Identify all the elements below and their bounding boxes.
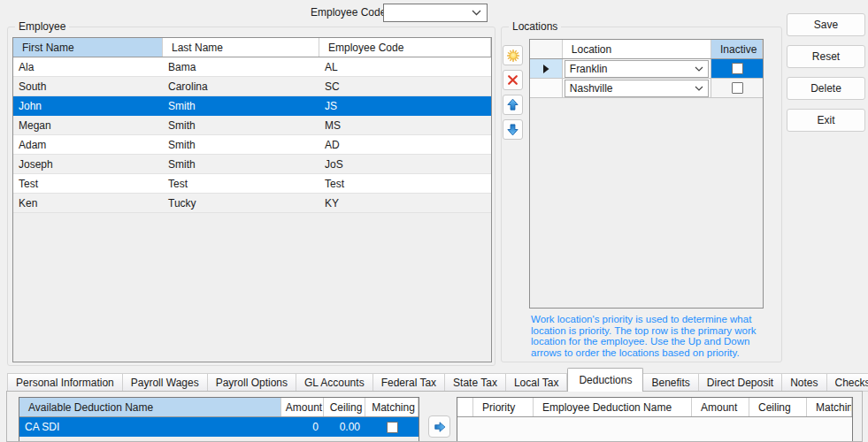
inactive-checkbox[interactable] bbox=[732, 82, 743, 94]
column-header-last-name[interactable]: Last Name bbox=[163, 38, 319, 57]
column-header-employee-code[interactable]: Employee Code bbox=[319, 38, 491, 57]
tab-checks[interactable]: Checks bbox=[827, 373, 868, 392]
tab-payroll-options[interactable]: Payroll Options bbox=[208, 373, 296, 392]
locations-table-header: Location Inactive bbox=[530, 40, 763, 59]
chevron-down-icon bbox=[695, 66, 703, 72]
inactive-checkbox[interactable] bbox=[732, 63, 743, 74]
tab-notes[interactable]: Notes bbox=[782, 373, 826, 392]
employee-table: First Name Last Name Employee Code Ala B… bbox=[12, 37, 492, 362]
add-deduction-button[interactable] bbox=[428, 415, 450, 438]
tab-direct-deposit[interactable]: Direct Deposit bbox=[699, 373, 782, 392]
locations-help-text: Work location's priority is used to dete… bbox=[531, 314, 764, 358]
column-header-matching[interactable]: Matching bbox=[807, 398, 852, 416]
current-row-indicator bbox=[530, 59, 563, 78]
employee-deductions-table: Priority Employee Deduction Name Amount … bbox=[457, 397, 853, 442]
add-location-button[interactable] bbox=[503, 45, 523, 65]
tab-state-tax[interactable]: State Tax bbox=[445, 373, 506, 392]
row-header-column bbox=[457, 398, 473, 416]
row-pointer-icon bbox=[542, 65, 549, 73]
column-header-ceiling[interactable]: Ceiling bbox=[749, 398, 807, 416]
tab-personal-information[interactable]: Personal Information bbox=[7, 373, 123, 392]
column-header-matching[interactable]: Matching bbox=[365, 398, 419, 416]
delete-location-button[interactable] bbox=[503, 70, 523, 90]
column-header-priority[interactable]: Priority bbox=[473, 398, 534, 416]
column-header-first-name[interactable]: First Name bbox=[13, 38, 163, 57]
column-header-amount[interactable]: Amount bbox=[281, 398, 324, 416]
table-row[interactable]: Ken Tucky KY bbox=[13, 194, 491, 213]
employee-group-title: Employee bbox=[15, 20, 69, 33]
chevron-down-icon bbox=[472, 10, 481, 16]
column-header-amount[interactable]: Amount bbox=[692, 398, 749, 416]
move-down-button[interactable] bbox=[503, 119, 523, 140]
reset-button[interactable]: Reset bbox=[787, 45, 865, 68]
table-row-selected[interactable]: CA SDI 0 0.00 bbox=[19, 417, 419, 437]
new-sunburst-icon bbox=[506, 49, 520, 63]
matching-checkbox[interactable] bbox=[387, 422, 398, 433]
column-header-inactive[interactable]: Inactive bbox=[711, 40, 763, 58]
arrow-up-icon bbox=[506, 98, 519, 111]
row-header-column bbox=[530, 40, 563, 58]
tab-deductions[interactable]: Deductions bbox=[567, 368, 643, 392]
table-row[interactable]: Test Test Test bbox=[13, 174, 491, 194]
table-row[interactable]: Megan Smith MS bbox=[13, 116, 491, 135]
column-header-available-deduction-name[interactable]: Available Deduction Name bbox=[19, 398, 281, 416]
tab-strip: Personal Information Payroll Wages Payro… bbox=[7, 368, 868, 392]
location-row[interactable]: Nashville bbox=[530, 79, 763, 98]
delete-button[interactable]: Delete bbox=[787, 77, 865, 100]
exit-button[interactable]: Exit bbox=[787, 109, 865, 132]
column-header-location[interactable]: Location bbox=[563, 40, 712, 58]
location-row-current[interactable]: Franklin bbox=[530, 59, 763, 79]
deductions-tab-panel: Available Deduction Name Amount Ceiling … bbox=[6, 391, 863, 442]
location-select[interactable]: Franklin bbox=[565, 60, 710, 78]
tab-local-tax[interactable]: Local Tax bbox=[506, 373, 567, 392]
available-deductions-table: Available Deduction Name Amount Ceiling … bbox=[19, 397, 419, 442]
available-deductions-header: Available Deduction Name Amount Ceiling … bbox=[19, 398, 419, 417]
delete-x-icon bbox=[506, 73, 519, 87]
location-select[interactable]: Nashville bbox=[565, 80, 710, 97]
arrow-down-icon bbox=[506, 123, 519, 136]
employee-code-label: Employee Code bbox=[311, 6, 386, 19]
table-row[interactable]: Adam Smith AD bbox=[13, 135, 491, 155]
tab-benefits[interactable]: Benefits bbox=[643, 373, 698, 392]
employee-table-header: First Name Last Name Employee Code bbox=[13, 38, 491, 57]
tab-gl-accounts[interactable]: GL Accounts bbox=[296, 373, 373, 392]
employee-deductions-header: Priority Employee Deduction Name Amount … bbox=[457, 398, 852, 417]
move-up-button[interactable] bbox=[503, 95, 523, 115]
chevron-down-icon bbox=[695, 86, 703, 91]
arrow-right-icon bbox=[434, 421, 446, 433]
save-button[interactable]: Save bbox=[787, 13, 865, 36]
table-row[interactable]: Ala Bama AL bbox=[13, 57, 491, 77]
employee-code-select[interactable] bbox=[383, 4, 488, 22]
tab-federal-tax[interactable]: Federal Tax bbox=[373, 373, 445, 392]
table-row[interactable]: South Carolina SC bbox=[13, 77, 491, 96]
table-row-selected[interactable]: John Smith JS bbox=[13, 96, 491, 116]
locations-table: Location Inactive Franklin Nashville bbox=[529, 39, 764, 309]
column-header-employee-deduction-name[interactable]: Employee Deduction Name bbox=[534, 398, 692, 416]
locations-group-title: Locations bbox=[509, 20, 561, 33]
column-header-ceiling[interactable]: Ceiling bbox=[324, 398, 365, 416]
table-row[interactable]: Joseph Smith JoS bbox=[13, 155, 491, 174]
tab-payroll-wages[interactable]: Payroll Wages bbox=[123, 373, 208, 392]
